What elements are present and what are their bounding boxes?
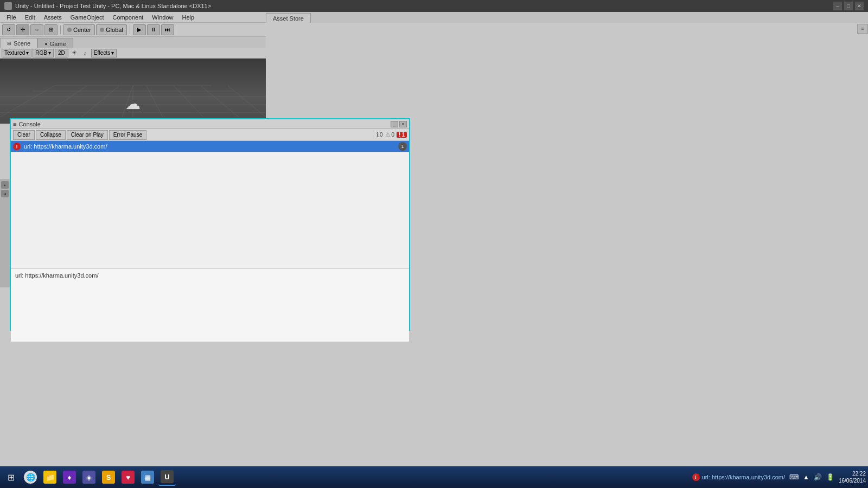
rgb-chevron: ▾: [48, 50, 51, 56]
tool-scale[interactable]: ↔: [30, 24, 43, 35]
minimize-button[interactable]: –: [833, 2, 842, 10]
warning-icon: ⚠: [385, 131, 391, 138]
rgb-dropdown[interactable]: RGB ▾: [33, 49, 54, 57]
console-close-btn[interactable]: ×: [399, 121, 407, 127]
global-toggle[interactable]: Global: [96, 24, 127, 35]
taskbar-clock[interactable]: 22:22 16/06/2014: [839, 470, 866, 484]
tool-rect[interactable]: ⊞: [44, 24, 58, 35]
volume-tray-icon[interactable]: 🔊: [814, 473, 822, 481]
start-icon: ⊞: [8, 472, 15, 483]
scene-grid: [0, 59, 266, 124]
step-button[interactable]: ⏭: [161, 24, 174, 35]
info-icon: ℹ: [376, 131, 379, 138]
menu-assets[interactable]: Assets: [40, 12, 66, 22]
menu-component[interactable]: Component: [108, 12, 148, 22]
textured-label: Textured: [4, 50, 25, 56]
taskbar-calc[interactable]: ▦: [139, 468, 156, 486]
textured-dropdown[interactable]: Textured ▾: [2, 49, 31, 57]
svg-line-12: [201, 86, 239, 117]
asset-store-panel-btn[interactable]: ≡: [857, 24, 868, 34]
unity-taskbar-icon: U: [161, 470, 174, 483]
console-minimize-btn[interactable]: _: [391, 121, 398, 127]
clock-time: 22:22: [852, 470, 866, 477]
menu-gameobject[interactable]: GameObject: [66, 12, 108, 22]
sidebar-icon-1[interactable]: ▸: [1, 181, 9, 189]
center-dot: [67, 28, 72, 32]
twod-button[interactable]: 2D: [55, 49, 68, 57]
console-collapse-btn[interactable]: Collapse: [36, 130, 66, 140]
explorer-icon: 📁: [43, 471, 56, 484]
info-count: 0: [380, 132, 383, 138]
tool-rotate[interactable]: ↺: [2, 24, 15, 35]
taskbar-app5[interactable]: ◈: [80, 468, 98, 486]
console-title-left: ≡ Console: [13, 121, 41, 127]
app5-icon: ◈: [82, 471, 95, 484]
start-button[interactable]: ⊞: [2, 468, 20, 486]
taskbar-stack[interactable]: S: [100, 468, 117, 486]
taskbar-right: ! url: https://kharma.unity3d.com/ ⌨ ▲ 🔊…: [692, 470, 866, 484]
svg-line-11: [174, 86, 203, 117]
console-clear-btn[interactable]: Clear: [13, 130, 35, 140]
unity-title-icon: [4, 2, 12, 10]
menu-edit[interactable]: Edit: [21, 12, 40, 22]
error-stat-badge: ! 1: [397, 132, 407, 138]
center-toggle[interactable]: Center: [63, 24, 95, 35]
status-error-dot: !: [692, 473, 700, 481]
battery-tray-icon[interactable]: 🔋: [826, 473, 834, 481]
keyboard-tray-icon[interactable]: ⌨: [789, 473, 799, 481]
taskbar-explorer[interactable]: 📁: [41, 468, 59, 486]
warning-stat: ⚠ 0: [385, 131, 395, 138]
effects-dropdown[interactable]: Effects ▾: [91, 49, 117, 57]
maximize-button[interactable]: □: [844, 2, 853, 10]
console-detail: url: https://kharma.unity3d.com/: [11, 268, 409, 342]
vs-icon: ♦: [63, 471, 76, 484]
menu-window[interactable]: Window: [148, 12, 177, 22]
sun-icon-btn[interactable]: ☀: [69, 49, 79, 57]
global-label: Global: [106, 27, 123, 33]
scene-tab-label: Scene: [14, 40, 30, 47]
toolbar-separator2: [130, 25, 130, 34]
error-icon: !: [399, 132, 400, 138]
console-list[interactable]: ! url: https://kharma.unity3d.com/ 1: [11, 141, 409, 268]
tab-asset-store[interactable]: Asset Store: [266, 13, 311, 23]
console-title-bar: ≡ Console _ ×: [11, 119, 409, 129]
pause-button[interactable]: ⏸: [147, 24, 160, 35]
console-title-label: Console: [18, 121, 40, 127]
scene-toolbar: Textured ▾ RGB ▾ 2D ☀ ♪ Effects ▾: [0, 48, 266, 59]
calc-icon: ▦: [141, 471, 154, 484]
scene-cloud: ☁: [125, 95, 141, 113]
svg-line-6: [41, 86, 87, 117]
play-button[interactable]: ▶: [133, 24, 146, 35]
effects-chevron: ▾: [111, 50, 114, 56]
effects-label: Effects: [94, 50, 110, 56]
svg-line-10: [146, 86, 163, 117]
warning-count: 0: [392, 132, 395, 138]
taskbar-app7[interactable]: ♥: [119, 468, 137, 486]
scene-view[interactable]: ☁: [0, 59, 266, 124]
console-toolbar: Clear Collapse Clear on Play Error Pause…: [11, 129, 409, 141]
tab-scene[interactable]: ⊞ Scene: [0, 38, 37, 49]
scene-game-tabs: ⊞ Scene ● Game: [0, 37, 266, 49]
console-row-count: 1: [398, 142, 407, 151]
sidebar-icon-2[interactable]: ◂: [1, 190, 9, 197]
taskbar-chrome[interactable]: 🌐: [22, 468, 39, 486]
chrome-icon: 🌐: [24, 471, 37, 484]
asset-store-tab-label: Asset Store: [273, 15, 304, 22]
svg-line-5: [0, 86, 54, 117]
menu-help[interactable]: Help: [177, 12, 199, 22]
game-tab-icon: ●: [44, 41, 47, 47]
network-tray-icon[interactable]: ▲: [803, 473, 809, 481]
taskbar-vs[interactable]: ♦: [61, 468, 78, 486]
console-clear-on-play-btn[interactable]: Clear on Play: [67, 130, 108, 140]
console-error-pause-btn[interactable]: Error Pause: [109, 130, 146, 140]
tab-game[interactable]: ● Game: [37, 38, 73, 49]
tool-translate[interactable]: ✛: [16, 24, 29, 35]
left-sidebar: ▸ ◂: [0, 179, 10, 287]
console-stats: ℹ 0 ⚠ 0 ! 1: [376, 131, 407, 138]
console-row[interactable]: ! url: https://kharma.unity3d.com/ 1: [11, 141, 409, 152]
taskbar-unity[interactable]: U: [158, 468, 176, 486]
close-button[interactable]: ✕: [855, 2, 864, 10]
menu-file[interactable]: File: [2, 12, 21, 22]
error-count: 1: [401, 132, 405, 138]
audio-icon-btn[interactable]: ♪: [80, 49, 90, 57]
